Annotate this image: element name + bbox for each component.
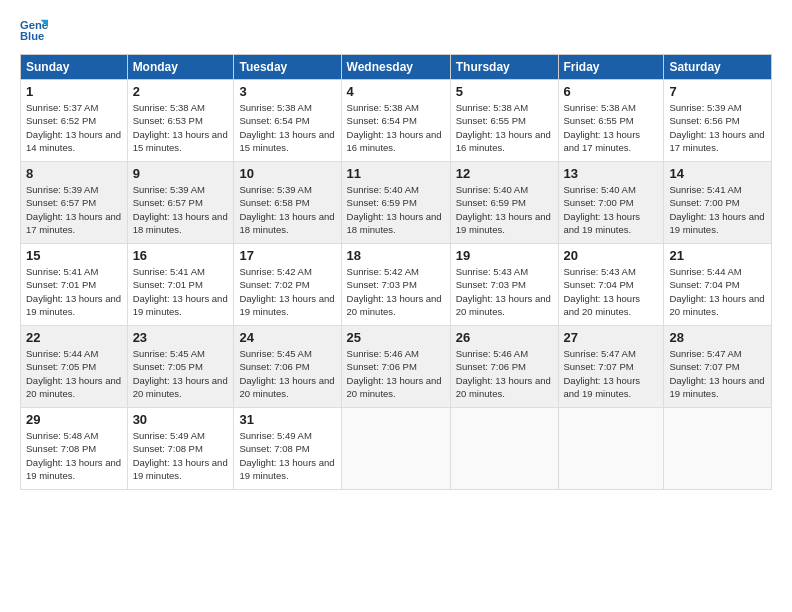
calendar-cell: 7Sunrise: 5:39 AMSunset: 6:56 PMDaylight… [664, 80, 772, 162]
day-number: 23 [133, 330, 229, 345]
calendar-cell: 17Sunrise: 5:42 AMSunset: 7:02 PMDayligh… [234, 244, 341, 326]
day-number: 20 [564, 248, 659, 263]
calendar-cell: 15Sunrise: 5:41 AMSunset: 7:01 PMDayligh… [21, 244, 128, 326]
logo: General Blue [20, 16, 50, 44]
day-info: Sunrise: 5:43 AMSunset: 7:04 PMDaylight:… [564, 265, 659, 318]
day-number: 24 [239, 330, 335, 345]
weekday-header-sunday: Sunday [21, 55, 128, 80]
page: General Blue SundayMondayTuesdayWednesda… [0, 0, 792, 612]
day-number: 13 [564, 166, 659, 181]
header: General Blue [20, 16, 772, 44]
calendar-cell: 19Sunrise: 5:43 AMSunset: 7:03 PMDayligh… [450, 244, 558, 326]
week-row-3: 15Sunrise: 5:41 AMSunset: 7:01 PMDayligh… [21, 244, 772, 326]
calendar-cell: 25Sunrise: 5:46 AMSunset: 7:06 PMDayligh… [341, 326, 450, 408]
day-number: 12 [456, 166, 553, 181]
day-info: Sunrise: 5:39 AMSunset: 6:57 PMDaylight:… [26, 183, 122, 236]
calendar-cell: 24Sunrise: 5:45 AMSunset: 7:06 PMDayligh… [234, 326, 341, 408]
day-number: 2 [133, 84, 229, 99]
weekday-header-saturday: Saturday [664, 55, 772, 80]
calendar-cell: 11Sunrise: 5:40 AMSunset: 6:59 PMDayligh… [341, 162, 450, 244]
weekday-header-wednesday: Wednesday [341, 55, 450, 80]
day-number: 26 [456, 330, 553, 345]
svg-text:Blue: Blue [20, 30, 44, 42]
day-number: 6 [564, 84, 659, 99]
calendar-cell: 14Sunrise: 5:41 AMSunset: 7:00 PMDayligh… [664, 162, 772, 244]
calendar-cell: 18Sunrise: 5:42 AMSunset: 7:03 PMDayligh… [341, 244, 450, 326]
calendar-cell: 5Sunrise: 5:38 AMSunset: 6:55 PMDaylight… [450, 80, 558, 162]
day-number: 9 [133, 166, 229, 181]
calendar-cell: 31Sunrise: 5:49 AMSunset: 7:08 PMDayligh… [234, 408, 341, 490]
day-info: Sunrise: 5:39 AMSunset: 6:58 PMDaylight:… [239, 183, 335, 236]
calendar-cell [341, 408, 450, 490]
day-number: 19 [456, 248, 553, 263]
calendar-cell: 8Sunrise: 5:39 AMSunset: 6:57 PMDaylight… [21, 162, 128, 244]
calendar-cell: 21Sunrise: 5:44 AMSunset: 7:04 PMDayligh… [664, 244, 772, 326]
day-info: Sunrise: 5:40 AMSunset: 6:59 PMDaylight:… [456, 183, 553, 236]
day-number: 11 [347, 166, 445, 181]
week-row-5: 29Sunrise: 5:48 AMSunset: 7:08 PMDayligh… [21, 408, 772, 490]
day-info: Sunrise: 5:38 AMSunset: 6:54 PMDaylight:… [347, 101, 445, 154]
day-info: Sunrise: 5:40 AMSunset: 6:59 PMDaylight:… [347, 183, 445, 236]
day-info: Sunrise: 5:41 AMSunset: 7:01 PMDaylight:… [26, 265, 122, 318]
calendar-cell: 13Sunrise: 5:40 AMSunset: 7:00 PMDayligh… [558, 162, 664, 244]
calendar-cell: 29Sunrise: 5:48 AMSunset: 7:08 PMDayligh… [21, 408, 128, 490]
day-number: 15 [26, 248, 122, 263]
day-info: Sunrise: 5:49 AMSunset: 7:08 PMDaylight:… [133, 429, 229, 482]
day-info: Sunrise: 5:44 AMSunset: 7:05 PMDaylight:… [26, 347, 122, 400]
day-info: Sunrise: 5:38 AMSunset: 6:54 PMDaylight:… [239, 101, 335, 154]
calendar-cell: 26Sunrise: 5:46 AMSunset: 7:06 PMDayligh… [450, 326, 558, 408]
week-row-2: 8Sunrise: 5:39 AMSunset: 6:57 PMDaylight… [21, 162, 772, 244]
day-info: Sunrise: 5:46 AMSunset: 7:06 PMDaylight:… [347, 347, 445, 400]
day-number: 8 [26, 166, 122, 181]
day-number: 4 [347, 84, 445, 99]
day-info: Sunrise: 5:43 AMSunset: 7:03 PMDaylight:… [456, 265, 553, 318]
day-info: Sunrise: 5:45 AMSunset: 7:06 PMDaylight:… [239, 347, 335, 400]
day-number: 31 [239, 412, 335, 427]
logo-icon: General Blue [20, 16, 48, 44]
day-number: 25 [347, 330, 445, 345]
day-info: Sunrise: 5:39 AMSunset: 6:56 PMDaylight:… [669, 101, 766, 154]
calendar-cell [450, 408, 558, 490]
calendar-cell: 20Sunrise: 5:43 AMSunset: 7:04 PMDayligh… [558, 244, 664, 326]
day-info: Sunrise: 5:47 AMSunset: 7:07 PMDaylight:… [564, 347, 659, 400]
day-number: 30 [133, 412, 229, 427]
calendar-cell: 3Sunrise: 5:38 AMSunset: 6:54 PMDaylight… [234, 80, 341, 162]
calendar-table: SundayMondayTuesdayWednesdayThursdayFrid… [20, 54, 772, 490]
calendar-cell: 10Sunrise: 5:39 AMSunset: 6:58 PMDayligh… [234, 162, 341, 244]
day-number: 28 [669, 330, 766, 345]
day-number: 3 [239, 84, 335, 99]
weekday-header-monday: Monday [127, 55, 234, 80]
calendar-cell: 9Sunrise: 5:39 AMSunset: 6:57 PMDaylight… [127, 162, 234, 244]
day-number: 18 [347, 248, 445, 263]
day-info: Sunrise: 5:46 AMSunset: 7:06 PMDaylight:… [456, 347, 553, 400]
calendar-cell: 27Sunrise: 5:47 AMSunset: 7:07 PMDayligh… [558, 326, 664, 408]
day-number: 7 [669, 84, 766, 99]
calendar-cell: 28Sunrise: 5:47 AMSunset: 7:07 PMDayligh… [664, 326, 772, 408]
day-info: Sunrise: 5:42 AMSunset: 7:02 PMDaylight:… [239, 265, 335, 318]
day-info: Sunrise: 5:49 AMSunset: 7:08 PMDaylight:… [239, 429, 335, 482]
day-info: Sunrise: 5:38 AMSunset: 6:55 PMDaylight:… [564, 101, 659, 154]
week-row-4: 22Sunrise: 5:44 AMSunset: 7:05 PMDayligh… [21, 326, 772, 408]
weekday-header-thursday: Thursday [450, 55, 558, 80]
day-info: Sunrise: 5:41 AMSunset: 7:00 PMDaylight:… [669, 183, 766, 236]
calendar-cell: 4Sunrise: 5:38 AMSunset: 6:54 PMDaylight… [341, 80, 450, 162]
day-info: Sunrise: 5:48 AMSunset: 7:08 PMDaylight:… [26, 429, 122, 482]
day-number: 14 [669, 166, 766, 181]
day-info: Sunrise: 5:38 AMSunset: 6:55 PMDaylight:… [456, 101, 553, 154]
day-info: Sunrise: 5:44 AMSunset: 7:04 PMDaylight:… [669, 265, 766, 318]
weekday-header-row: SundayMondayTuesdayWednesdayThursdayFrid… [21, 55, 772, 80]
day-info: Sunrise: 5:38 AMSunset: 6:53 PMDaylight:… [133, 101, 229, 154]
calendar-cell [664, 408, 772, 490]
calendar-cell: 22Sunrise: 5:44 AMSunset: 7:05 PMDayligh… [21, 326, 128, 408]
day-number: 22 [26, 330, 122, 345]
day-number: 29 [26, 412, 122, 427]
calendar-cell [558, 408, 664, 490]
day-info: Sunrise: 5:41 AMSunset: 7:01 PMDaylight:… [133, 265, 229, 318]
calendar-cell: 30Sunrise: 5:49 AMSunset: 7:08 PMDayligh… [127, 408, 234, 490]
day-info: Sunrise: 5:42 AMSunset: 7:03 PMDaylight:… [347, 265, 445, 318]
day-number: 5 [456, 84, 553, 99]
day-number: 10 [239, 166, 335, 181]
day-number: 17 [239, 248, 335, 263]
day-number: 21 [669, 248, 766, 263]
weekday-header-friday: Friday [558, 55, 664, 80]
